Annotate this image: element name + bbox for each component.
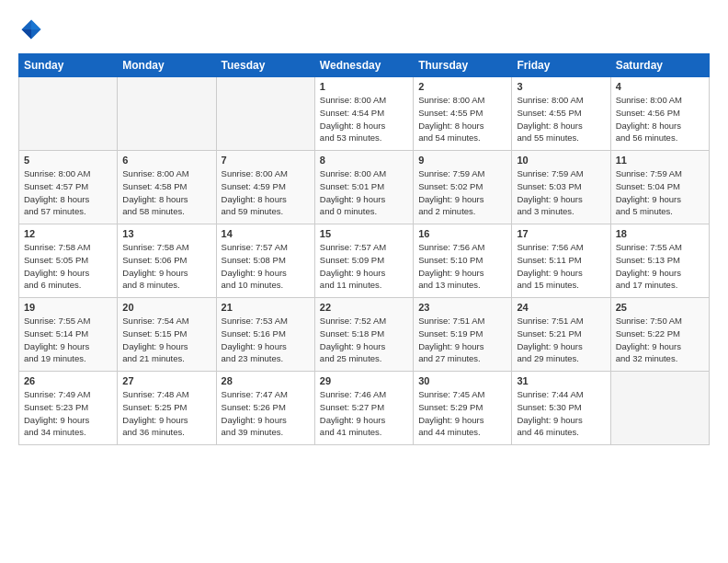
calendar-cell (610, 372, 709, 445)
calendar-cell: 9Sunrise: 7:59 AM Sunset: 5:02 PM Daylig… (414, 151, 512, 224)
calendar-cell: 15Sunrise: 7:57 AM Sunset: 5:09 PM Dayli… (314, 224, 413, 298)
week-row-1: 1Sunrise: 8:00 AM Sunset: 4:54 PM Daylig… (19, 77, 710, 151)
day-info: Sunrise: 7:54 AM Sunset: 5:15 PM Dayligh… (122, 315, 210, 365)
day-info: Sunrise: 8:00 AM Sunset: 4:57 PM Dayligh… (24, 167, 112, 218)
day-number: 22 (320, 302, 408, 313)
calendar-cell: 5Sunrise: 8:00 AM Sunset: 4:57 PM Daylig… (19, 151, 118, 224)
day-number: 12 (24, 228, 112, 239)
day-info: Sunrise: 8:00 AM Sunset: 4:56 PM Dayligh… (616, 94, 704, 144)
day-info: Sunrise: 8:00 AM Sunset: 4:58 PM Dayligh… (122, 167, 210, 218)
weekday-monday: Monday (118, 54, 216, 77)
calendar-cell: 4Sunrise: 8:00 AM Sunset: 4:56 PM Daylig… (610, 77, 709, 151)
header (18, 17, 710, 42)
day-number: 13 (122, 228, 210, 239)
day-info: Sunrise: 8:00 AM Sunset: 5:01 PM Dayligh… (320, 167, 408, 218)
day-number: 14 (222, 228, 310, 239)
day-number: 10 (517, 155, 605, 166)
day-info: Sunrise: 7:55 AM Sunset: 5:13 PM Dayligh… (616, 241, 704, 292)
calendar-cell: 7Sunrise: 8:00 AM Sunset: 4:59 PM Daylig… (216, 151, 314, 224)
day-info: Sunrise: 8:00 AM Sunset: 4:59 PM Dayligh… (222, 167, 310, 218)
day-number: 11 (616, 155, 704, 166)
day-info: Sunrise: 7:56 AM Sunset: 5:10 PM Dayligh… (418, 241, 506, 292)
day-number: 29 (320, 375, 408, 386)
weekday-tuesday: Tuesday (216, 54, 314, 77)
calendar-cell: 24Sunrise: 7:51 AM Sunset: 5:21 PM Dayli… (512, 298, 610, 372)
calendar-cell: 29Sunrise: 7:46 AM Sunset: 5:27 PM Dayli… (314, 372, 413, 445)
page: SundayMondayTuesdayWednesdayThursdayFrid… (0, 0, 728, 458)
day-info: Sunrise: 7:59 AM Sunset: 5:03 PM Dayligh… (517, 167, 605, 218)
day-info: Sunrise: 7:52 AM Sunset: 5:18 PM Dayligh… (320, 315, 408, 365)
weekday-wednesday: Wednesday (314, 54, 413, 77)
calendar-cell: 1Sunrise: 8:00 AM Sunset: 4:54 PM Daylig… (314, 77, 413, 151)
weekday-sunday: Sunday (19, 54, 118, 77)
day-number: 4 (616, 81, 704, 92)
calendar-cell: 27Sunrise: 7:48 AM Sunset: 5:25 PM Dayli… (118, 372, 216, 445)
weekday-saturday: Saturday (610, 54, 709, 77)
day-info: Sunrise: 7:56 AM Sunset: 5:11 PM Dayligh… (517, 241, 605, 292)
calendar-cell (216, 77, 314, 151)
day-info: Sunrise: 7:58 AM Sunset: 5:05 PM Dayligh… (24, 241, 112, 292)
day-number: 5 (24, 155, 112, 166)
day-info: Sunrise: 7:57 AM Sunset: 5:09 PM Dayligh… (320, 241, 408, 292)
day-number: 25 (616, 302, 704, 313)
day-number: 27 (122, 375, 210, 386)
day-number: 8 (320, 155, 408, 166)
day-number: 18 (616, 228, 704, 239)
day-info: Sunrise: 7:53 AM Sunset: 5:16 PM Dayligh… (222, 315, 310, 365)
week-row-2: 5Sunrise: 8:00 AM Sunset: 4:57 PM Daylig… (19, 151, 710, 224)
day-info: Sunrise: 7:46 AM Sunset: 5:27 PM Dayligh… (320, 388, 408, 439)
day-number: 3 (517, 81, 605, 92)
calendar-cell: 25Sunrise: 7:50 AM Sunset: 5:22 PM Dayli… (610, 298, 709, 372)
day-number: 30 (418, 375, 506, 386)
day-number: 19 (24, 302, 112, 313)
day-info: Sunrise: 7:49 AM Sunset: 5:23 PM Dayligh… (24, 388, 112, 439)
weekday-thursday: Thursday (414, 54, 512, 77)
day-info: Sunrise: 7:44 AM Sunset: 5:30 PM Dayligh… (517, 388, 605, 439)
day-number: 6 (122, 155, 210, 166)
calendar-cell: 3Sunrise: 8:00 AM Sunset: 4:55 PM Daylig… (512, 77, 610, 151)
calendar-cell: 6Sunrise: 8:00 AM Sunset: 4:58 PM Daylig… (118, 151, 216, 224)
svg-marker-1 (31, 20, 41, 30)
calendar-cell (118, 77, 216, 151)
day-number: 20 (122, 302, 210, 313)
day-info: Sunrise: 7:58 AM Sunset: 5:06 PM Dayligh… (122, 241, 210, 292)
calendar-cell: 21Sunrise: 7:53 AM Sunset: 5:16 PM Dayli… (216, 298, 314, 372)
day-number: 23 (418, 302, 506, 313)
day-info: Sunrise: 7:48 AM Sunset: 5:25 PM Dayligh… (122, 388, 210, 439)
day-info: Sunrise: 7:57 AM Sunset: 5:08 PM Dayligh… (222, 241, 310, 292)
day-info: Sunrise: 7:51 AM Sunset: 5:21 PM Dayligh… (517, 315, 605, 365)
day-number: 7 (222, 155, 310, 166)
calendar-cell: 22Sunrise: 7:52 AM Sunset: 5:18 PM Dayli… (314, 298, 413, 372)
day-info: Sunrise: 7:55 AM Sunset: 5:14 PM Dayligh… (24, 315, 112, 365)
calendar-cell: 8Sunrise: 8:00 AM Sunset: 5:01 PM Daylig… (314, 151, 413, 224)
weekday-friday: Friday (512, 54, 610, 77)
day-number: 1 (320, 81, 408, 92)
weekday-header-row: SundayMondayTuesdayWednesdayThursdayFrid… (19, 54, 710, 77)
day-info: Sunrise: 7:51 AM Sunset: 5:19 PM Dayligh… (418, 315, 506, 365)
day-number: 28 (222, 375, 310, 386)
day-number: 16 (418, 228, 506, 239)
calendar-cell: 2Sunrise: 8:00 AM Sunset: 4:55 PM Daylig… (414, 77, 512, 151)
day-info: Sunrise: 7:50 AM Sunset: 5:22 PM Dayligh… (616, 315, 704, 365)
day-number: 21 (222, 302, 310, 313)
calendar-table: SundayMondayTuesdayWednesdayThursdayFrid… (18, 53, 710, 445)
day-number: 26 (24, 375, 112, 386)
day-info: Sunrise: 7:59 AM Sunset: 5:02 PM Dayligh… (418, 167, 506, 218)
calendar-cell: 12Sunrise: 7:58 AM Sunset: 5:05 PM Dayli… (19, 224, 118, 298)
day-number: 17 (517, 228, 605, 239)
logo-icon (18, 17, 44, 42)
calendar-cell: 23Sunrise: 7:51 AM Sunset: 5:19 PM Dayli… (414, 298, 512, 372)
calendar-cell: 16Sunrise: 7:56 AM Sunset: 5:10 PM Dayli… (414, 224, 512, 298)
day-number: 31 (517, 375, 605, 386)
week-row-4: 19Sunrise: 7:55 AM Sunset: 5:14 PM Dayli… (19, 298, 710, 372)
calendar-cell: 13Sunrise: 7:58 AM Sunset: 5:06 PM Dayli… (118, 224, 216, 298)
calendar-cell: 30Sunrise: 7:45 AM Sunset: 5:29 PM Dayli… (414, 372, 512, 445)
calendar-cell: 17Sunrise: 7:56 AM Sunset: 5:11 PM Dayli… (512, 224, 610, 298)
day-info: Sunrise: 7:59 AM Sunset: 5:04 PM Dayligh… (616, 167, 704, 218)
logo (18, 17, 48, 42)
day-number: 24 (517, 302, 605, 313)
calendar-cell: 31Sunrise: 7:44 AM Sunset: 5:30 PM Dayli… (512, 372, 610, 445)
day-number: 9 (418, 155, 506, 166)
day-info: Sunrise: 7:45 AM Sunset: 5:29 PM Dayligh… (418, 388, 506, 439)
day-number: 15 (320, 228, 408, 239)
